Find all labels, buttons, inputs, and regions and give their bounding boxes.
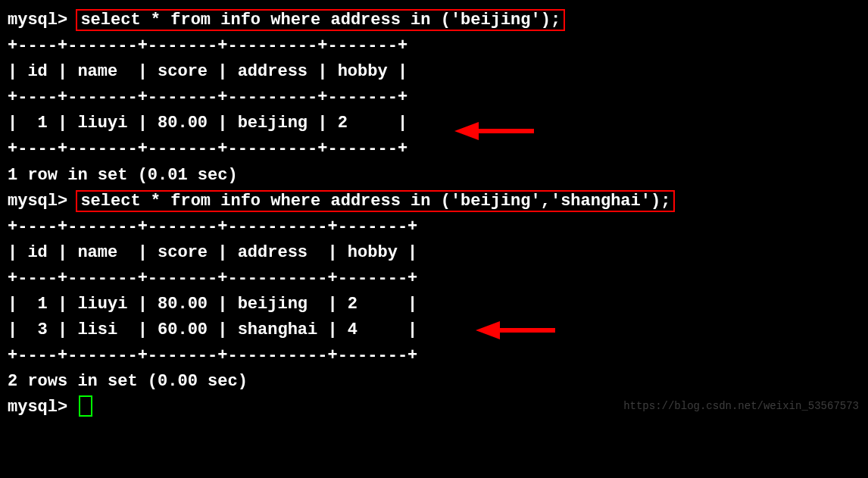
mysql-prompt: mysql> [8,398,77,417]
arrow-icon-2 [468,317,559,347]
terminal: mysql> select * from info where address … [0,0,868,421]
svg-marker-1 [454,122,479,140]
query1-sql-highlight: select * from info where address in ('be… [76,9,565,31]
svg-marker-3 [476,321,500,339]
query1-border-bot: +----+-------+-------+---------+-------+ [8,136,860,162]
query2-border-mid: +----+-------+-------+----------+-------… [8,266,860,292]
query2-sql-highlight: select * from info where address in ('be… [76,190,675,212]
cursor-icon [79,395,92,417]
arrow-icon-1 [447,117,538,148]
mysql-prompt: mysql> [8,11,77,30]
query1-border-mid: +----+-------+-------+---------+-------+ [8,85,860,111]
query2-border-top: +----+-------+-------+----------+-------… [8,214,860,240]
query2-line: mysql> select * from info where address … [8,189,860,214]
query2-data-row-0: | 1 | liuyi | 80.00 | beijing | 2 | [8,292,860,317]
mysql-prompt: mysql> [8,192,77,211]
query1-line: mysql> select * from info where address … [8,8,860,33]
query1-data-row-0: | 1 | liuyi | 80.00 | beijing | 2 | [8,111,860,136]
query1-border-top: +----+-------+-------+---------+-------+ [8,33,860,59]
query1-status: 1 row in set (0.01 sec) [8,163,860,189]
query2-header-row: | id | name | score | address | hobby | [8,240,860,266]
query1-header-row: | id | name | score | address | hobby | [8,59,860,85]
query2-data-row-1: | 3 | lisi | 60.00 | shanghai | 4 | [8,317,860,343]
query2-status: 2 rows in set (0.00 sec) [8,369,860,395]
watermark-text: https://blog.csdn.net/weixin_53567573 [623,398,859,415]
query2-border-bot: +----+-------+-------+----------+-------… [8,343,860,369]
